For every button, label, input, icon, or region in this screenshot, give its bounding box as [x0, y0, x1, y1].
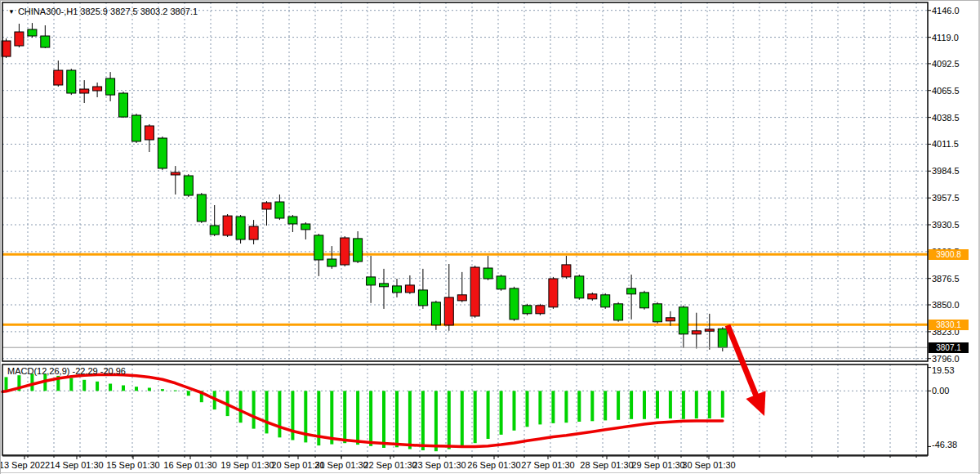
candle [197, 195, 206, 221]
svg-text:0.00: 0.00 [932, 386, 949, 396]
macd-values: -22.29 -20.96 [72, 366, 125, 376]
candle [367, 277, 376, 285]
level-price-badge-3900: 3900.8 [929, 249, 969, 260]
svg-text:27 Sep 01:30: 27 Sep 01:30 [521, 460, 574, 470]
macd-indicator-label: MACD(12,26,9) -22.29 -20.96 [7, 366, 126, 376]
svg-text:23 Sep 01:30: 23 Sep 01:30 [412, 460, 466, 470]
candle [119, 93, 128, 117]
candle [41, 36, 50, 47]
candle [601, 295, 610, 307]
candle [393, 286, 402, 293]
candle [653, 304, 662, 322]
svg-text:19.53: 19.53 [932, 365, 955, 375]
candle [15, 32, 24, 46]
support-resistance-lines[interactable] [2, 254, 928, 324]
svg-text:14 Sep 01:30: 14 Sep 01:30 [50, 460, 103, 470]
candle [28, 29, 37, 36]
candle [132, 115, 141, 141]
candle [431, 302, 440, 325]
svg-text:3984.5: 3984.5 [932, 166, 960, 176]
symbol-dropdown-icon[interactable]: ▼ [8, 8, 15, 16]
candle [158, 138, 167, 168]
candle [249, 226, 258, 239]
candle [718, 329, 727, 347]
svg-text:3930.5: 3930.5 [932, 220, 960, 230]
time-axis: 13 Sep 202214 Sep 01:3015 Sep 01:3016 Se… [1, 456, 928, 470]
svg-text:26 Sep 01:30: 26 Sep 01:30 [467, 460, 520, 470]
candle [640, 293, 649, 308]
candle [692, 331, 701, 334]
candle [405, 285, 414, 293]
window-bottom-edge [1, 472, 980, 473]
symbol-name: CHINA300-,H1 [18, 7, 78, 16]
svg-text:4146.0: 4146.0 [932, 6, 960, 16]
candle [80, 89, 89, 93]
candle [106, 78, 115, 95]
svg-text:15 Sep 01:30: 15 Sep 01:30 [106, 460, 159, 470]
macd-name: MACD(12,26,9) [7, 366, 69, 376]
svg-text:30 Sep 01:30: 30 Sep 01:30 [682, 460, 735, 470]
candle [341, 238, 350, 265]
candle [705, 329, 714, 331]
svg-text:19 Sep 01:30: 19 Sep 01:30 [220, 460, 274, 470]
candle [562, 265, 571, 277]
svg-text:4092.5: 4092.5 [932, 59, 960, 69]
price-gridlines: 4146.04119.04092.54065.54038.54011.53984… [2, 6, 960, 364]
candle [93, 87, 102, 91]
candle [171, 172, 180, 175]
svg-text:22 Sep 01:30: 22 Sep 01:30 [363, 460, 416, 470]
candle [497, 276, 506, 289]
candle [483, 268, 492, 279]
candle [575, 276, 584, 298]
symbol-ohlc-values: 3825.9 3827.5 3803.2 3807.1 [80, 7, 198, 16]
candle [210, 226, 219, 235]
candle [301, 224, 310, 230]
svg-text:3957.5: 3957.5 [932, 193, 960, 203]
level-price-badge-3830: 3830.1 [929, 320, 969, 330]
macd-histogram [5, 373, 724, 451]
candle [536, 306, 545, 314]
svg-text:4038.5: 4038.5 [932, 113, 960, 123]
svg-text:28 Sep 01:30: 28 Sep 01:30 [580, 460, 633, 470]
svg-text:21 Sep 01:30: 21 Sep 01:30 [314, 460, 368, 470]
svg-text:4011.5: 4011.5 [932, 139, 959, 149]
candles-layer [2, 23, 727, 351]
macd-panel-frame [2, 364, 928, 455]
candle [457, 295, 466, 301]
candle [679, 307, 688, 334]
candle [614, 304, 623, 320]
candle [444, 297, 453, 325]
candle [510, 288, 519, 320]
svg-text:16 Sep 01:30: 16 Sep 01:30 [163, 460, 216, 470]
candle [549, 279, 558, 307]
candle [262, 203, 271, 209]
vertical-gridlines [28, 2, 916, 455]
price-panel-frame [2, 2, 928, 361]
candle [666, 318, 675, 321]
svg-text:3796.0: 3796.0 [932, 354, 960, 364]
candle [523, 306, 532, 314]
chart-window: 4146.04119.04092.54065.54038.54011.53984… [0, 0, 980, 474]
candle [327, 259, 336, 266]
svg-text:4119.0: 4119.0 [932, 33, 959, 42]
candle [288, 217, 297, 224]
candle [145, 126, 154, 140]
svg-text:4065.5: 4065.5 [932, 86, 960, 96]
candle [418, 290, 427, 306]
candle [627, 288, 636, 294]
symbol-title[interactable]: ▼CHINA300-,H1 3825.9 3827.5 3803.2 3807.… [8, 7, 198, 16]
candle [354, 239, 363, 262]
candle [54, 70, 63, 85]
candle [236, 217, 245, 239]
candle [588, 294, 597, 299]
candle [314, 235, 323, 260]
candle [184, 176, 193, 195]
candle [380, 284, 389, 287]
svg-text:29 Sep 01:30: 29 Sep 01:30 [631, 460, 684, 470]
svg-text:13 Sep 2022: 13 Sep 2022 [1, 460, 50, 470]
candle [470, 267, 479, 316]
candle [223, 216, 232, 235]
svg-text:3850.0: 3850.0 [932, 300, 960, 310]
svg-text:-46.38: -46.38 [932, 440, 957, 449]
bid-price-badge: 3807.1 [929, 342, 969, 353]
